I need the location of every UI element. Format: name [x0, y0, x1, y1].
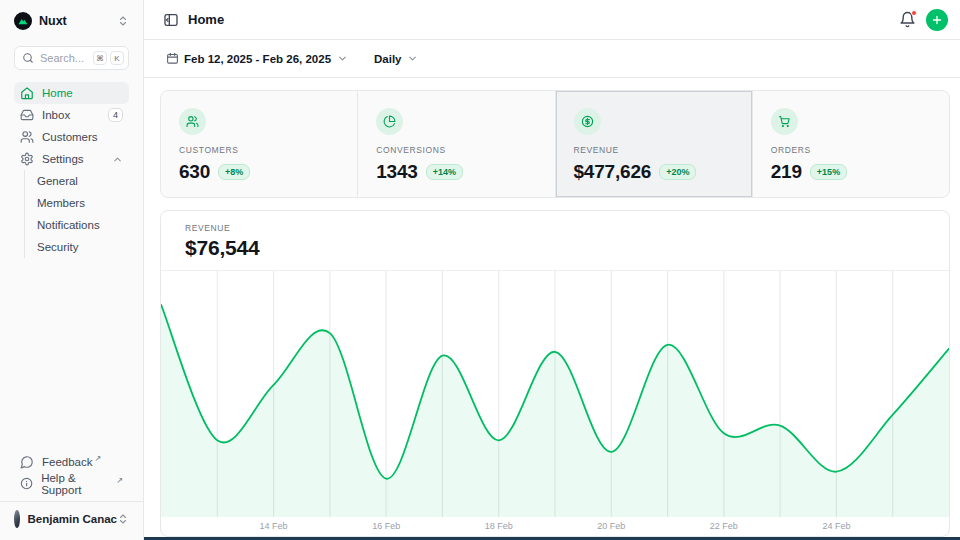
x-axis-label: 24 Feb: [822, 521, 850, 531]
inbox-count-badge: 4: [108, 108, 123, 122]
help-support-label: Help & Support: [41, 472, 114, 496]
feedback-label: Feedback: [42, 456, 93, 468]
date-range-picker[interactable]: Feb 12, 2025 - Feb 26, 2025: [166, 52, 348, 65]
search-icon: [22, 52, 34, 64]
chat-bubble-icon: [20, 455, 34, 469]
collapse-sidebar-icon[interactable]: [163, 12, 179, 28]
notification-dot: [911, 10, 917, 16]
sidebar-divider: [0, 501, 143, 502]
main-area: Home Feb 12, 2025 - Feb 26, 2025 Daily: [144, 0, 960, 540]
sidebar-item-label: Home: [42, 87, 73, 99]
x-axis-labels: 14 Feb16 Feb18 Feb20 Feb22 Feb24 Feb: [161, 517, 949, 536]
chevron-down-icon: [337, 53, 348, 64]
dashboard-content: CUSTOMERS 630 +8% CONVERSIONS 1343 +14%: [144, 78, 960, 540]
search-placeholder: Search...: [40, 52, 90, 64]
sub-item-label: Members: [37, 197, 85, 209]
user-avatar: [14, 510, 20, 528]
sidebar-item-notifications[interactable]: Notifications: [37, 214, 129, 236]
chevron-expand-icon: [117, 15, 129, 27]
stat-card-conversions[interactable]: CONVERSIONS 1343 +14%: [357, 91, 554, 197]
sub-item-label: General: [37, 175, 78, 187]
sidebar-item-settings[interactable]: Settings: [14, 148, 129, 170]
sub-item-label: Notifications: [37, 219, 100, 231]
dollar-circle-icon: [574, 108, 601, 135]
chart-metric-label: REVENUE: [185, 223, 925, 233]
add-button[interactable]: [926, 9, 948, 31]
stat-label: REVENUE: [574, 145, 752, 155]
feedback-link[interactable]: Feedback ↗: [14, 451, 129, 473]
external-link-icon: ↗: [95, 454, 102, 463]
chevron-up-icon: [112, 154, 123, 165]
page-title: Home: [188, 12, 224, 27]
x-axis-label: 16 Feb: [372, 521, 400, 531]
help-support-link[interactable]: Help & Support ↗: [14, 473, 129, 495]
external-link-icon: ↗: [116, 476, 123, 485]
cart-icon: [771, 108, 798, 135]
sub-item-label: Security: [37, 241, 79, 253]
sidebar-item-security[interactable]: Security: [37, 236, 129, 258]
stat-value: 1343: [376, 161, 417, 183]
date-range-label: Feb 12, 2025 - Feb 26, 2025: [184, 53, 331, 65]
pie-chart-icon: [376, 108, 403, 135]
x-axis-label: 14 Feb: [260, 521, 288, 531]
notifications-button[interactable]: [899, 11, 916, 28]
plus-icon: [931, 14, 943, 26]
search-input[interactable]: Search... ⌘ K: [14, 46, 129, 70]
sidebar-item-label: Settings: [42, 153, 84, 165]
workspace-name: Nuxt: [39, 14, 117, 28]
delta-badge: +8%: [218, 164, 250, 180]
gear-icon: [20, 152, 34, 166]
page-header: Home: [144, 0, 960, 40]
revenue-area-chart[interactable]: [161, 271, 949, 517]
x-axis-label: 22 Feb: [710, 521, 738, 531]
inbox-icon: [20, 108, 34, 122]
delta-badge: +20%: [659, 164, 696, 180]
calendar-icon: [166, 52, 179, 65]
sidebar-item-general[interactable]: General: [37, 170, 129, 192]
chevron-down-icon: [407, 53, 418, 64]
info-circle-icon: [20, 477, 33, 491]
home-icon: [20, 86, 34, 100]
interval-select[interactable]: Daily: [374, 53, 418, 65]
sidebar-item-customers[interactable]: Customers: [14, 126, 129, 148]
sidebar-item-label: Customers: [42, 131, 98, 143]
settings-submenu: General Members Notifications Security: [24, 170, 129, 258]
sidebar-item-inbox[interactable]: Inbox 4: [14, 104, 129, 126]
user-menu[interactable]: Benjamin Canac: [14, 506, 129, 532]
sidebar: Nuxt Search... ⌘ K Home Inbox 4: [0, 0, 144, 540]
stat-card-customers[interactable]: CUSTOMERS 630 +8%: [161, 91, 357, 197]
interval-value: Daily: [374, 53, 402, 65]
chart-metric-value: $76,544: [185, 236, 925, 260]
sidebar-item-label: Inbox: [42, 109, 70, 121]
stat-value: $477,626: [574, 161, 652, 183]
stat-card-orders[interactable]: ORDERS 219 +15%: [752, 91, 949, 197]
stat-card-revenue[interactable]: REVENUE $477,626 +20%: [555, 91, 752, 197]
chevron-expand-icon: [117, 513, 129, 525]
workspace-switcher[interactable]: Nuxt: [14, 10, 129, 32]
filters-toolbar: Feb 12, 2025 - Feb 26, 2025 Daily: [144, 40, 960, 78]
users-icon: [20, 130, 34, 144]
delta-badge: +15%: [810, 164, 847, 180]
chart-header: REVENUE $76,544: [161, 211, 949, 271]
nuxt-logo-icon: [14, 12, 32, 30]
user-name: Benjamin Canac: [28, 513, 117, 525]
stat-label: ORDERS: [771, 145, 949, 155]
stats-panel: CUSTOMERS 630 +8% CONVERSIONS 1343 +14%: [160, 90, 950, 198]
x-axis-label: 20 Feb: [597, 521, 625, 531]
stat-value: 630: [179, 161, 210, 183]
x-axis-label: 18 Feb: [485, 521, 513, 531]
stat-label: CONVERSIONS: [376, 145, 554, 155]
users-icon: [179, 108, 206, 135]
sidebar-item-home[interactable]: Home: [14, 82, 129, 104]
kbd-cmd: ⌘: [93, 51, 107, 65]
revenue-chart-card: REVENUE $76,544 14 Feb16 Feb18 Feb20 Feb…: [160, 210, 950, 537]
stat-label: CUSTOMERS: [179, 145, 357, 155]
stat-value: 219: [771, 161, 802, 183]
delta-badge: +14%: [426, 164, 463, 180]
sidebar-nav: Home Inbox 4 Customers Settings Genera: [14, 82, 129, 258]
kbd-k: K: [110, 51, 124, 65]
sidebar-item-members[interactable]: Members: [37, 192, 129, 214]
